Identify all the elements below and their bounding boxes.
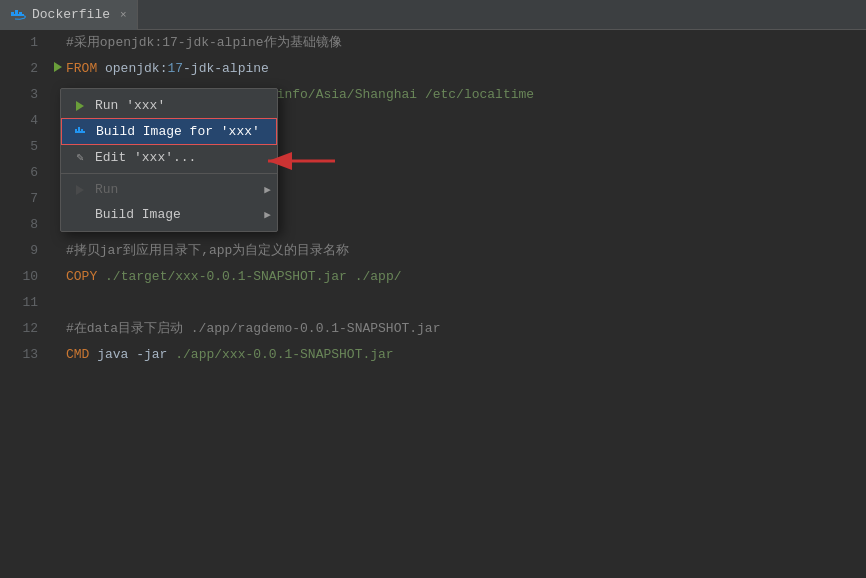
line-indicator-2 (50, 62, 66, 72)
submenu-arrow-build: ▶ (264, 208, 271, 221)
line-content-10: COPY ./target/xxx-0.0.1-SNAPSHOT.jar ./a… (66, 264, 401, 290)
menu-item-run-xxx[interactable]: Run 'xxx' (61, 93, 277, 118)
line-number-1: 1 (0, 30, 50, 56)
menu-item-run-sub[interactable]: Run ▶ (61, 177, 277, 202)
svg-rect-4 (11, 14, 24, 16)
menu-item-run-sub-label: Run (95, 182, 118, 197)
svg-rect-1 (15, 10, 18, 12)
menu-item-build-image-xxx-label: Build Image for 'xxx' (96, 124, 260, 139)
menu-separator-1 (61, 173, 277, 174)
highlight-arrow (260, 146, 340, 181)
tab-label: Dockerfile (32, 7, 110, 22)
context-menu: Run 'xxx' Build Image for 'xxx' ✎ Edit '… (60, 88, 278, 232)
menu-item-build-image-sub-label: Build Image (95, 207, 181, 222)
menu-item-build-image-xxx[interactable]: Build Image for 'xxx' (61, 118, 277, 145)
line-number-6: 6 (0, 160, 50, 186)
editor-line-2: 2 FROM openjdk:17-jdk-alpine (0, 56, 866, 82)
svg-rect-0 (11, 12, 14, 14)
editor-line-9: 9 #拷贝jar到应用目录下,app为自定义的目录名称 (0, 238, 866, 264)
menu-item-run-xxx-label: Run 'xxx' (95, 98, 165, 113)
svg-rect-9 (75, 131, 85, 133)
editor-line-11: 11 (0, 290, 866, 316)
play-icon-sub (71, 185, 89, 195)
svg-rect-3 (19, 12, 22, 14)
line-number-7: 7 (0, 186, 50, 212)
menu-item-edit-xxx[interactable]: ✎ Edit 'xxx'... (61, 145, 277, 170)
submenu-arrow-run: ▶ (264, 183, 271, 196)
line-content-12: #在data目录下启动 ./app/ragdemo-0.0.1-SNAPSHOT… (66, 316, 440, 342)
play-icon (71, 101, 89, 111)
editor-line-12: 12 #在data目录下启动 ./app/ragdemo-0.0.1-SNAPS… (0, 316, 866, 342)
line-content-1: #采用openjdk:17-jdk-alpine作为基础镜像 (66, 30, 342, 56)
menu-item-edit-xxx-label: Edit 'xxx'... (95, 150, 196, 165)
editor-line-1: 1 #采用openjdk:17-jdk-alpine作为基础镜像 (0, 30, 866, 56)
editor-line-13: 13 CMD java -jar ./app/xxx-0.0.1-SNAPSHO… (0, 342, 866, 368)
line-content-13: CMD java -jar ./app/xxx-0.0.1-SNAPSHOT.j… (66, 342, 394, 368)
line-number-4: 4 (0, 108, 50, 134)
line-number-10: 10 (0, 264, 50, 290)
run-gutter-arrow (54, 62, 62, 72)
line-number-13: 13 (0, 342, 50, 368)
edit-icon: ✎ (71, 150, 89, 165)
svg-rect-7 (78, 129, 80, 131)
line-number-3: 3 (0, 82, 50, 108)
line-number-12: 12 (0, 316, 50, 342)
line-number-8: 8 (0, 212, 50, 238)
svg-rect-5 (75, 129, 77, 131)
dockerfile-icon (10, 7, 26, 23)
line-number-5: 5 (0, 134, 50, 160)
editor-line-10: 10 COPY ./target/xxx-0.0.1-SNAPSHOT.jar … (0, 264, 866, 290)
svg-rect-2 (15, 12, 18, 14)
svg-rect-6 (78, 127, 80, 129)
close-tab-button[interactable]: × (120, 9, 127, 21)
line-number-2: 2 (0, 56, 50, 82)
line-content-9: #拷贝jar到应用目录下,app为自定义的目录名称 (66, 238, 349, 264)
line-number-9: 9 (0, 238, 50, 264)
dockerfile-tab[interactable]: Dockerfile × (0, 0, 138, 30)
tab-bar: Dockerfile × (0, 0, 866, 30)
line-number-11: 11 (0, 290, 50, 316)
docker-build-icon (72, 125, 90, 139)
menu-item-build-image-sub[interactable]: Build Image ▶ (61, 202, 277, 227)
svg-rect-8 (81, 129, 83, 131)
editor-area: 1 #采用openjdk:17-jdk-alpine作为基础镜像 2 FROM … (0, 30, 866, 578)
line-content-2: FROM openjdk:17-jdk-alpine (66, 56, 269, 82)
